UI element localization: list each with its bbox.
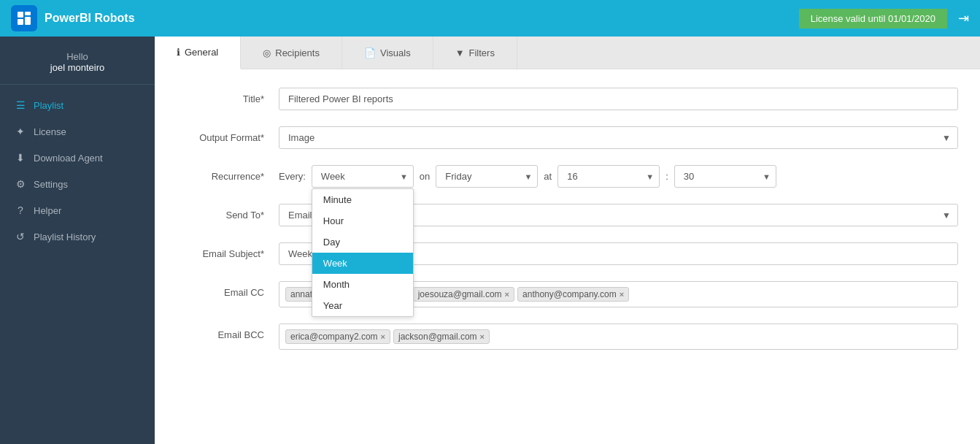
app-logo-icon bbox=[11, 5, 37, 31]
title-label: Title* bbox=[177, 88, 279, 104]
email-bcc-tags-input[interactable]: erica@company2.com × jackson@gmail.com × bbox=[279, 324, 958, 350]
email-bcc-row: Email BCC erica@company2.com × jackson@g… bbox=[177, 324, 958, 350]
svg-rect-0 bbox=[18, 12, 23, 18]
output-format-select[interactable]: Image PDF PowerPoint bbox=[279, 126, 958, 149]
output-format-row: Output Format* Image PDF PowerPoint ▼ bbox=[177, 126, 958, 149]
license-badge: License valid until 01/01/2020 bbox=[799, 9, 947, 28]
top-header: PowerBI Robots License valid until 01/01… bbox=[0, 0, 980, 37]
recurrence-frequency-wrapper: Minute Hour Day Week Month Year ▼ Minute… bbox=[312, 165, 414, 188]
general-tab-label: General bbox=[185, 47, 218, 58]
cc-tag-2-close[interactable]: × bbox=[505, 290, 509, 299]
recurrence-minute-select[interactable]: 00 15 30 45 bbox=[674, 165, 776, 188]
sidebar-item-playlist-history[interactable]: ↺ Playlist History bbox=[0, 223, 155, 250]
send-to-label: Send To* bbox=[177, 204, 279, 221]
tab-filters[interactable]: ▼ Filters bbox=[433, 37, 517, 69]
helper-icon: ? bbox=[15, 204, 26, 216]
tab-general[interactable]: ℹ General bbox=[155, 37, 241, 69]
dropdown-item-hour[interactable]: Hour bbox=[312, 210, 413, 231]
svg-rect-2 bbox=[18, 19, 23, 25]
dropdown-item-minute[interactable]: Minute bbox=[312, 189, 413, 210]
recurrence-group: Every: Minute Hour Day Week Month Year ▼ bbox=[279, 165, 958, 188]
output-format-label: Output Format* bbox=[177, 126, 279, 143]
bcc-tag-2-close[interactable]: × bbox=[480, 332, 485, 341]
sidebar-item-license-label: License bbox=[34, 126, 66, 137]
content-area: ℹ General ◎ Recipients 📄 Visuals ▼ Filte… bbox=[155, 37, 980, 444]
visuals-tab-icon: 📄 bbox=[364, 47, 376, 58]
license-icon: ✦ bbox=[15, 126, 26, 137]
tab-visuals[interactable]: 📄 Visuals bbox=[342, 37, 433, 69]
recurrence-frequency-select[interactable]: Minute Hour Day Week Month Year bbox=[312, 165, 414, 188]
cc-tag-2-value: joesouza@gmail.com bbox=[418, 289, 502, 299]
sidebar-item-playlist[interactable]: ☰ Playlist bbox=[0, 92, 155, 118]
dropdown-item-week[interactable]: Week bbox=[312, 253, 413, 274]
email-subject-label: Email Subject* bbox=[177, 242, 279, 259]
recurrence-row: Recurrence* Every: Minute Hour Day Week … bbox=[177, 165, 958, 188]
recipients-tab-icon: ◎ bbox=[263, 47, 271, 58]
logout-icon[interactable]: ⇥ bbox=[958, 10, 969, 26]
bcc-tag-2: jackson@gmail.com × bbox=[393, 329, 490, 344]
sidebar-item-playlist-label: Playlist bbox=[34, 100, 63, 111]
recurrence-hour-wrapper: 16 ▼ bbox=[557, 165, 660, 188]
cc-tag-3-close[interactable]: × bbox=[620, 290, 624, 299]
dropdown-item-month[interactable]: Month bbox=[312, 274, 413, 295]
cc-tag-2: joesouza@gmail.com × bbox=[413, 287, 514, 302]
sidebar-item-history-label: Playlist History bbox=[34, 231, 96, 242]
on-label: on bbox=[420, 171, 430, 182]
title-input[interactable] bbox=[279, 88, 958, 110]
tabs-bar: ℹ General ◎ Recipients 📄 Visuals ▼ Filte… bbox=[155, 37, 980, 69]
sidebar-item-download-agent[interactable]: ⬇ Download Agent bbox=[0, 145, 155, 171]
recurrence-day-select[interactable]: Monday Tuesday Wednesday Thursday Friday… bbox=[436, 165, 538, 188]
sidebar-item-settings[interactable]: ⚙ Settings bbox=[0, 171, 155, 197]
colon-separator: : bbox=[665, 171, 668, 182]
send-to-row: Send To* Email SharePoint OneDrive ▼ bbox=[177, 204, 958, 226]
logo-area: PowerBI Robots bbox=[11, 5, 135, 31]
frequency-dropdown-popup: Minute Hour Day Week Month Year bbox=[312, 188, 414, 317]
cc-tag-3-value: anthony@company.com bbox=[522, 289, 617, 299]
visuals-tab-label: Visuals bbox=[380, 47, 411, 58]
main-layout: Hello joel monteiro ☰ Playlist ✦ License… bbox=[0, 37, 980, 444]
app-title: PowerBI Robots bbox=[45, 12, 135, 25]
at-label: at bbox=[544, 171, 552, 182]
download-agent-icon: ⬇ bbox=[15, 152, 26, 164]
svg-rect-3 bbox=[25, 17, 31, 25]
cc-tag-3: anthony@company.com × bbox=[517, 287, 629, 302]
filters-tab-label: Filters bbox=[469, 47, 495, 58]
dropdown-item-day[interactable]: Day bbox=[312, 231, 413, 253]
bcc-tag-1-close[interactable]: × bbox=[381, 332, 385, 341]
sidebar-item-download-agent-label: Download Agent bbox=[34, 153, 103, 164]
recurrence-minute-wrapper: 00 15 30 45 ▼ bbox=[674, 165, 776, 188]
email-bcc-label: Email BCC bbox=[177, 324, 279, 340]
title-row: Title* bbox=[177, 88, 958, 110]
username-label: joel monteiro bbox=[11, 62, 144, 73]
dropdown-item-year[interactable]: Year bbox=[312, 295, 413, 316]
output-format-select-wrapper: Image PDF PowerPoint ▼ bbox=[279, 126, 958, 149]
bcc-tag-1: erica@company2.com × bbox=[285, 329, 390, 344]
form-area: Title* Output Format* Image PDF PowerPoi… bbox=[155, 69, 980, 444]
email-cc-row: Email CC annathompson@gmail.com × joesou… bbox=[177, 281, 958, 307]
svg-rect-1 bbox=[25, 12, 31, 15]
sidebar-user: Hello joel monteiro bbox=[0, 37, 155, 85]
sidebar: Hello joel monteiro ☰ Playlist ✦ License… bbox=[0, 37, 155, 444]
greeting-label: Hello bbox=[11, 51, 144, 62]
bcc-tag-1-value: erica@company2.com bbox=[290, 332, 378, 342]
sidebar-item-helper-label: Helper bbox=[34, 205, 61, 216]
playlist-icon: ☰ bbox=[15, 99, 26, 111]
recurrence-hour-select[interactable]: 16 bbox=[557, 165, 660, 188]
general-tab-icon: ℹ bbox=[177, 47, 180, 58]
sidebar-item-helper[interactable]: ? Helper bbox=[0, 197, 155, 223]
every-label: Every: bbox=[279, 171, 306, 182]
sidebar-nav: ☰ Playlist ✦ License ⬇ Download Agent ⚙ … bbox=[0, 85, 155, 257]
recipients-tab-label: Recipients bbox=[275, 47, 320, 58]
email-subject-row: Email Subject* bbox=[177, 242, 958, 265]
recurrence-label: Recurrence* bbox=[177, 165, 279, 182]
filters-tab-icon: ▼ bbox=[455, 47, 465, 58]
recurrence-day-wrapper: Monday Tuesday Wednesday Thursday Friday… bbox=[436, 165, 538, 188]
history-icon: ↺ bbox=[15, 231, 26, 242]
email-cc-label: Email CC bbox=[177, 281, 279, 298]
bcc-tag-2-value: jackson@gmail.com bbox=[398, 332, 477, 342]
sidebar-item-license[interactable]: ✦ License bbox=[0, 118, 155, 145]
settings-icon: ⚙ bbox=[15, 178, 26, 190]
sidebar-item-settings-label: Settings bbox=[34, 179, 68, 190]
tab-recipients[interactable]: ◎ Recipients bbox=[241, 37, 342, 69]
